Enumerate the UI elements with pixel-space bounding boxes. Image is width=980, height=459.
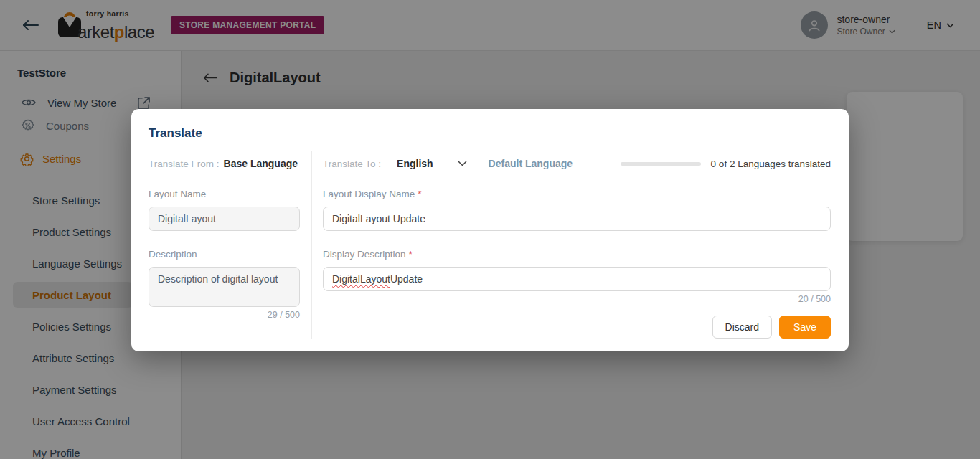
misspelled-word: DigitalLayout [332,273,390,285]
translate-to-value[interactable]: English [397,158,433,169]
layout-name-label: Layout Name [149,186,300,201]
translate-modal: Translate Translate From : Base Language… [131,109,849,351]
translate-from-row: Translate From : Base Language [149,156,300,171]
discard-button[interactable]: Discard [712,316,772,339]
save-button[interactable]: Save [779,316,831,339]
translation-progress: 0 of 2 Languages translated [621,158,831,169]
display-description-char-counter: 20 / 500 [323,294,831,307]
modal-body: Translate From : Base Language Layout Na… [149,151,831,339]
layout-display-name-input[interactable] [323,207,831,231]
description-field: Description of digital layout [149,267,300,307]
modal-title: Translate [149,126,831,141]
progress-bar [621,162,701,166]
required-asterisk: * [409,249,413,260]
required-asterisk: * [418,189,421,199]
modal-actions: Discard Save [323,316,831,339]
display-description-label: Display Description* [323,247,831,261]
description-rest: Update [390,273,423,285]
translate-to-label: Translate To : [323,158,381,169]
source-language-column: Translate From : Base Language Layout Na… [149,151,312,339]
display-description-input[interactable]: DigitalLayout Update [323,267,831,291]
description-label: Description [149,247,300,261]
progress-text: 0 of 2 Languages translated [711,158,831,169]
target-language-column: Translate To : English Default Language … [312,151,831,339]
description-char-counter: 29 / 500 [149,310,300,323]
translate-from-value: Base Language [224,158,298,169]
layout-name-field: DigitalLayout [149,207,300,231]
default-language-link[interactable]: Default Language [489,158,573,169]
app-root: torry harris arketplace STORE MANAGEMENT… [0,0,980,459]
translate-to-row: Translate To : English Default Language … [323,156,831,171]
layout-display-name-label: Layout Display Name* [323,186,831,201]
translate-from-label: Translate From : [149,158,220,169]
chevron-down-icon[interactable] [458,161,467,166]
